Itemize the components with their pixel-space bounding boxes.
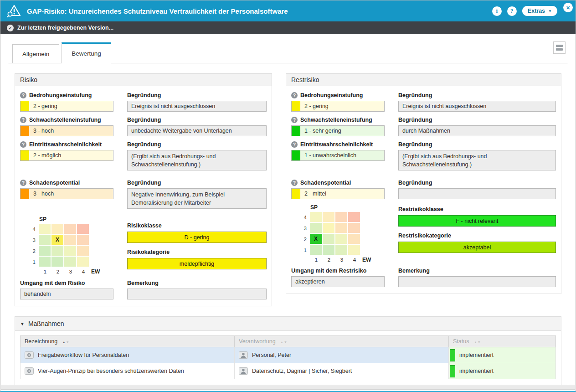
matrix-cell[interactable] bbox=[51, 246, 63, 256]
column-header-bezeichnung[interactable]: Bezeichnung ▲▼ bbox=[21, 336, 235, 347]
restrisikoklasse-label: Restrisikoklasse bbox=[398, 206, 556, 212]
reason-field[interactable]: unbedachte Weitergabe von Unterlagen bbox=[127, 125, 267, 136]
table-row[interactable]: Freigabeworkflow für Personaldaten Perso… bbox=[21, 347, 556, 363]
question-icon[interactable]: ? bbox=[291, 180, 298, 186]
matrix-cell[interactable] bbox=[310, 245, 322, 255]
rating-color-swatch bbox=[292, 150, 300, 160]
reason-field[interactable]: Ereignis ist nicht ausgeschlossen bbox=[398, 101, 556, 112]
rating-color-swatch bbox=[21, 150, 29, 160]
field-label-text: Bedrohungseinstufung bbox=[300, 92, 363, 98]
matrix-cell[interactable] bbox=[348, 212, 360, 222]
rest-risk-matrix: SP 4 3 bbox=[291, 204, 385, 263]
status-badge: implementiert bbox=[459, 352, 494, 358]
matrix-cell[interactable] bbox=[39, 224, 51, 234]
reason-field[interactable]: (Ergibt sich aus Bedrohungs- und Schwach… bbox=[127, 150, 267, 170]
matrix-row-label: 1 bbox=[300, 248, 307, 253]
info-icon[interactable]: i bbox=[492, 6, 502, 16]
column-header-verantwortung[interactable]: Verantwortung ▲▼ bbox=[235, 336, 449, 347]
matrix-cell[interactable] bbox=[77, 235, 89, 245]
question-icon[interactable]: ? bbox=[20, 180, 26, 186]
reason-label: Begründung bbox=[398, 92, 556, 98]
rest-umgang-field[interactable]: akzeptieren bbox=[291, 276, 385, 287]
bemerkung-field[interactable] bbox=[127, 289, 267, 299]
matrix-cell[interactable] bbox=[348, 234, 360, 244]
rest-bedrohung-rating-field[interactable]: 2 - gering bbox=[291, 101, 385, 112]
question-icon[interactable]: ? bbox=[20, 141, 26, 148]
umgang-field[interactable]: behandeln bbox=[20, 289, 113, 299]
rest-schwachstelle-rating-field[interactable]: 1 - sehr gering bbox=[291, 125, 385, 136]
matrix-cell[interactable] bbox=[51, 224, 63, 234]
table-row[interactable]: Vier-Augen-Prinzip bei besonders schütze… bbox=[21, 363, 556, 379]
matrix-cell[interactable] bbox=[335, 223, 347, 233]
reason-field[interactable]: durch Maßnahmen bbox=[398, 125, 556, 136]
matrix-cell[interactable] bbox=[335, 234, 347, 244]
matrix-cell[interactable] bbox=[323, 234, 334, 244]
matrix-cell[interactable] bbox=[77, 224, 89, 234]
close-icon[interactable]: × bbox=[562, 2, 574, 13]
bemerkung-label: Bemerkung bbox=[398, 268, 556, 274]
bottom-scrollbar[interactable] bbox=[1, 385, 575, 390]
schadenspotential-rating-field[interactable]: 3 - hoch bbox=[20, 188, 113, 199]
question-icon[interactable]: ? bbox=[291, 92, 298, 98]
tab-bewertung[interactable]: Bewertung bbox=[62, 42, 111, 63]
eintritt-rating-field[interactable]: 2 - möglich bbox=[20, 150, 113, 161]
matrix-marker-cell[interactable]: X bbox=[310, 234, 322, 244]
matrix-cell[interactable] bbox=[335, 245, 347, 255]
rating-value: 2 - gering bbox=[29, 102, 62, 110]
risikokategorie-label: Risikokategorie bbox=[127, 249, 267, 255]
rest-schadenspotential-rating-field[interactable]: 2 - mittel bbox=[291, 188, 385, 199]
matrix-cell[interactable] bbox=[64, 257, 76, 267]
extras-button[interactable]: Extras ▼ bbox=[522, 6, 557, 16]
reason-label: Begründung bbox=[398, 141, 556, 148]
matrix-cell[interactable] bbox=[64, 235, 76, 245]
reason-field[interactable]: Ereignis ist nicht ausgeschlossen bbox=[127, 101, 267, 112]
question-icon[interactable]: ? bbox=[291, 117, 298, 123]
layout-toggle-button[interactable] bbox=[553, 41, 566, 54]
matrix-cell[interactable] bbox=[348, 223, 360, 233]
titlebar: GAP-Risiko: Unzureichendes Schutzniveau … bbox=[0, 0, 576, 21]
matrix-cell[interactable] bbox=[310, 223, 322, 233]
matrix-row-label: 1 bbox=[29, 259, 36, 265]
matrix-cell[interactable] bbox=[64, 224, 76, 234]
help-icon[interactable]: ? bbox=[507, 6, 517, 16]
sort-icon: ▲▼ bbox=[280, 340, 288, 344]
matrix-cell[interactable] bbox=[335, 212, 347, 222]
question-icon[interactable]: ? bbox=[20, 117, 26, 123]
rating-color-swatch bbox=[292, 126, 300, 136]
version-link[interactable]: ✓ Zur letzten freigegebenen Version... bbox=[0, 21, 576, 34]
reason-field[interactable] bbox=[398, 188, 556, 199]
matrix-cell[interactable] bbox=[348, 245, 360, 255]
matrix-marker-cell[interactable]: X bbox=[51, 235, 63, 245]
matrix-cell[interactable] bbox=[64, 246, 76, 256]
matrix-cell[interactable] bbox=[51, 257, 63, 267]
tab-allgemein[interactable]: Allgemein bbox=[12, 44, 59, 63]
reason-label: Begründung bbox=[127, 180, 267, 186]
matrix-cell[interactable] bbox=[39, 246, 51, 256]
matrix-sp-label: SP bbox=[39, 216, 113, 222]
matrix-cell[interactable] bbox=[77, 257, 89, 267]
question-icon[interactable]: ? bbox=[291, 141, 298, 148]
matrix-col-label: 2 bbox=[323, 257, 335, 263]
reason-label: Begründung bbox=[127, 117, 267, 123]
reason-field[interactable]: Negative Innenwirkung, zum Beispiel Demo… bbox=[127, 188, 267, 209]
bedrohung-rating-field[interactable]: 2 - gering bbox=[20, 101, 113, 112]
matrix-cell[interactable] bbox=[323, 223, 334, 233]
matrix-cell[interactable] bbox=[310, 212, 322, 222]
reason-field[interactable]: (Ergibt sich aus Bedrohungs- und Schwach… bbox=[398, 150, 556, 170]
rest-eintritt-rating-field[interactable]: 1 - unwahrscheinlich bbox=[291, 150, 385, 161]
bemerkung-label: Bemerkung bbox=[127, 280, 267, 286]
matrix-cell[interactable] bbox=[39, 235, 51, 245]
massnahmen-panel: ▼ Maßnahmen Bezeichnung ▲▼ Verantwortung bbox=[15, 316, 561, 385]
schwachstelle-rating-field[interactable]: 3 - hoch bbox=[20, 125, 113, 136]
sort-icon: ▲▼ bbox=[474, 340, 481, 344]
matrix-cell[interactable] bbox=[323, 212, 334, 222]
rest-bemerkung-field[interactable] bbox=[398, 276, 556, 287]
massnahmen-collapse-header[interactable]: ▼ Maßnahmen bbox=[15, 317, 561, 331]
column-header-status[interactable]: Status ▲▼ bbox=[449, 336, 556, 347]
matrix-cell[interactable] bbox=[39, 257, 51, 267]
matrix-cell[interactable] bbox=[323, 245, 334, 255]
rating-color-swatch bbox=[21, 126, 29, 136]
field-row: ? Eintrittswahrscheinlichkeit 1 - unwahr… bbox=[291, 141, 556, 170]
matrix-cell[interactable] bbox=[77, 246, 89, 256]
question-icon[interactable]: ? bbox=[20, 92, 26, 98]
